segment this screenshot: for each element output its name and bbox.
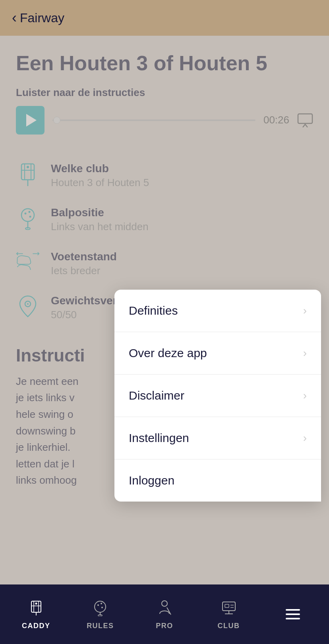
- nav-item-menu[interactable]: [261, 607, 325, 621]
- svg-point-24: [97, 604, 99, 606]
- chevron-right-icon: ›: [303, 389, 307, 402]
- main-content: Een Houten 3 of Houten 5 Luister naar de…: [0, 36, 329, 611]
- back-label: Fairway: [20, 11, 64, 25]
- pro-icon: [156, 599, 173, 619]
- svg-point-25: [101, 603, 102, 604]
- nav-item-pro[interactable]: PRO: [132, 599, 197, 630]
- chevron-right-icon: ›: [303, 304, 307, 317]
- svg-point-23: [95, 601, 106, 612]
- nav-item-caddy[interactable]: CADDY: [4, 599, 68, 630]
- rules-nav-label: RULES: [87, 622, 114, 630]
- svg-point-26: [101, 607, 103, 608]
- menu-item-definities-label: Definities: [129, 304, 178, 317]
- menu-item-over-deze-app[interactable]: Over deze app ›: [114, 332, 321, 375]
- menu-item-over-deze-app-label: Over deze app: [129, 346, 207, 360]
- svg-rect-32: [225, 604, 229, 607]
- back-chevron-icon: ‹: [12, 10, 17, 26]
- menu-item-instellingen[interactable]: Instellingen ›: [114, 417, 321, 459]
- rules-icon: [91, 599, 109, 619]
- menu-item-instellingen-label: Instellingen: [129, 431, 189, 445]
- bottom-nav: CADDY RULES PRO: [0, 584, 329, 644]
- menu-item-inloggen[interactable]: Inloggen: [114, 459, 321, 502]
- chevron-right-icon: ›: [303, 432, 307, 444]
- caddy-nav-label: CADDY: [22, 622, 50, 630]
- menu-item-definities[interactable]: Definities ›: [114, 290, 321, 332]
- menu-item-disclaimer[interactable]: Disclaimer ›: [114, 375, 321, 417]
- club-icon: [220, 599, 238, 619]
- club-nav-label: CLUB: [218, 622, 240, 630]
- menu-item-disclaimer-label: Disclaimer: [129, 389, 184, 402]
- top-bar: ‹ Fairway: [0, 0, 329, 36]
- dropdown-menu: Definities › Over deze app › Disclaimer …: [114, 290, 321, 502]
- pro-nav-label: PRO: [156, 622, 173, 630]
- nav-item-club[interactable]: CLUB: [197, 599, 261, 630]
- menu-item-inloggen-label: Inloggen: [129, 474, 174, 487]
- hamburger-icon: [284, 607, 302, 621]
- nav-item-rules[interactable]: RULES: [68, 599, 133, 630]
- back-button[interactable]: ‹ Fairway: [12, 10, 64, 26]
- svg-point-22: [35, 602, 37, 604]
- chevron-right-icon: ›: [303, 347, 307, 359]
- svg-point-29: [162, 601, 167, 606]
- caddy-icon: [27, 599, 45, 619]
